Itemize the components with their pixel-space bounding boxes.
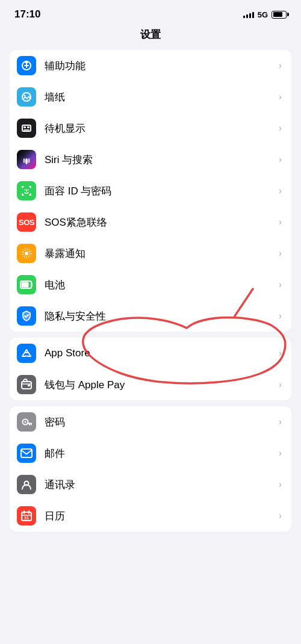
battery-label: 电池: [45, 278, 279, 292]
accessibility-item[interactable]: 辅助功能 ›: [10, 50, 291, 81]
svg-rect-20: [22, 282, 29, 288]
svg-point-16: [25, 252, 28, 255]
wallpaper-item[interactable]: 墙纸 ›: [10, 81, 291, 113]
privacy-item[interactable]: 隐私与安全性 ›: [10, 300, 291, 332]
contacts-chevron: ›: [279, 479, 282, 490]
status-icons: 5G: [243, 10, 287, 19]
appstore-chevron: ›: [279, 348, 282, 359]
svg-point-29: [25, 421, 26, 423]
svg-rect-23: [28, 385, 30, 386]
calendar-chevron: ›: [279, 510, 282, 521]
wallpaper-icon: [17, 87, 36, 107]
standby-icon: [17, 119, 36, 138]
siri-item[interactable]: Siri 与搜索 ›: [10, 144, 291, 175]
privacy-icon: [17, 306, 36, 326]
page-title: 设置: [0, 25, 301, 50]
standby-chevron: ›: [279, 123, 282, 134]
status-time: 17:10: [14, 8, 40, 20]
wallet-item[interactable]: 钱包与 Apple Pay ›: [10, 369, 291, 400]
contacts-item[interactable]: 通讯录 ›: [10, 469, 291, 500]
battery-chevron: ›: [279, 279, 282, 290]
siri-chevron: ›: [279, 154, 282, 165]
svg-rect-9: [23, 129, 29, 131]
faceid-item[interactable]: 面容 ID 与密码 ›: [10, 175, 291, 206]
mail-icon: [17, 444, 36, 463]
svg-point-12: [28, 158, 30, 163]
mail-label: 邮件: [45, 447, 279, 460]
settings-group-3: 密码 › 邮件 › 通讯录 ›: [10, 406, 291, 531]
svg-point-13: [25, 190, 26, 191]
siri-icon: [17, 150, 36, 169]
contacts-label: 通讯录: [45, 478, 279, 492]
calendar-label: 日历: [45, 509, 279, 523]
sos-chevron: ›: [279, 217, 282, 228]
faceid-label: 面容 ID 与密码: [45, 184, 279, 198]
signal-icon: [243, 11, 254, 18]
exposure-chevron: ›: [279, 248, 282, 259]
appstore-label: App Store: [45, 347, 279, 359]
contacts-icon: [17, 475, 36, 494]
privacy-label: 隐私与安全性: [45, 309, 279, 323]
accessibility-label: 辅助功能: [45, 59, 279, 73]
standby-item[interactable]: 待机显示 ›: [10, 113, 291, 144]
calendar-item[interactable]: 31 日历 ›: [10, 500, 291, 531]
battery-icon: [272, 11, 287, 19]
wallpaper-label: 墙纸: [45, 90, 279, 104]
svg-rect-30: [21, 449, 32, 457]
accessibility-icon: [17, 56, 36, 75]
faceid-icon: [17, 181, 36, 200]
appstore-icon: [17, 344, 36, 363]
settings-group-2: App Store › 钱包与 Apple Pay ›: [10, 338, 291, 400]
svg-rect-8: [27, 126, 29, 128]
wallet-chevron: ›: [279, 379, 282, 390]
wallet-label: 钱包与 Apple Pay: [45, 378, 279, 392]
passwords-icon: [17, 412, 36, 432]
siri-label: Siri 与搜索: [45, 153, 279, 167]
sos-item[interactable]: SOS SOS紧急联络 ›: [10, 206, 291, 238]
passwords-item[interactable]: 密码 ›: [10, 406, 291, 438]
sos-icon: SOS: [17, 212, 36, 232]
appstore-item[interactable]: App Store ›: [10, 338, 291, 369]
settings-group-1: 辅助功能 › 墙纸 ›: [10, 50, 291, 332]
passwords-label: 密码: [45, 415, 279, 429]
privacy-chevron: ›: [279, 311, 282, 321]
mail-item[interactable]: 邮件 ›: [10, 438, 291, 469]
exposure-item[interactable]: 暴露通知 ›: [10, 238, 291, 269]
exposure-icon: [17, 244, 36, 263]
battery-settings-icon: [17, 275, 36, 294]
svg-point-14: [28, 190, 29, 191]
status-bar: 17:10 5G: [0, 0, 301, 25]
wallpaper-chevron: ›: [279, 91, 282, 102]
battery-item[interactable]: 电池 ›: [10, 269, 291, 300]
accessibility-chevron: ›: [279, 60, 282, 71]
network-type: 5G: [258, 10, 268, 19]
mail-chevron: ›: [279, 448, 282, 459]
exposure-label: 暴露通知: [45, 247, 279, 261]
calendar-icon: 31: [17, 506, 36, 525]
svg-rect-7: [23, 126, 26, 128]
svg-text:31: 31: [24, 516, 29, 520]
svg-point-11: [23, 158, 25, 163]
sos-label: SOS紧急联络: [45, 215, 279, 229]
standby-label: 待机显示: [45, 122, 279, 135]
faceid-chevron: ›: [279, 185, 282, 196]
passwords-chevron: ›: [279, 416, 282, 427]
wallet-icon: [17, 375, 36, 394]
svg-point-10: [25, 158, 28, 164]
